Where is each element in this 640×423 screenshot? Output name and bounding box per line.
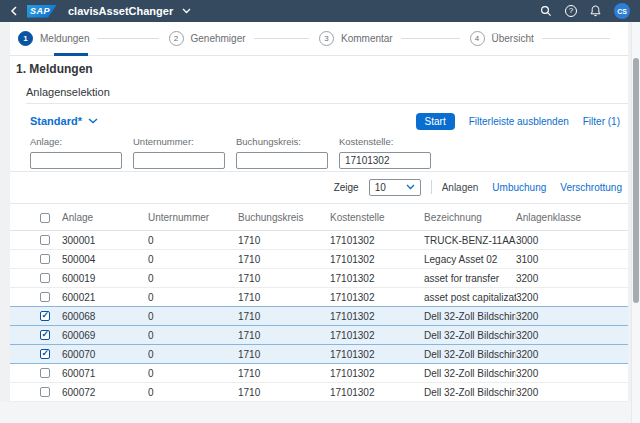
table-cell: 3200 [516,273,628,284]
table-cell: 17101302 [330,330,424,341]
app-title-chevron-down-icon[interactable] [182,8,191,14]
table-cell: asset for transfer [424,273,516,284]
table-header: AnlageUnternummerBuchungskreisKostenstel… [10,204,628,231]
table-row[interactable]: 5000040171017101302Legacy Asset 023100 [10,250,628,269]
variant-chevron-down-icon [88,118,98,124]
row-checkbox[interactable] [40,349,50,359]
table-cell: 0 [148,292,238,303]
table-cell: Legacy Asset 02 [424,254,516,265]
row-checkbox[interactable] [40,368,50,378]
table-cell: 600069 [62,330,148,341]
table-cell: 17101302 [330,292,424,303]
back-icon[interactable] [10,6,18,16]
step-connector-line [542,38,610,39]
table-cell: 1710 [238,387,330,398]
table-row[interactable]: 6000710171017101302Dell 32-Zoll Bildschi… [10,364,628,383]
table-cell: 1710 [238,368,330,379]
table-cell: 0 [148,387,238,398]
active-step-underline [54,53,88,56]
help-icon[interactable]: ? [565,5,577,17]
table-cell: 17101302 [330,368,424,379]
page-size-chevron-down-icon [406,184,415,190]
toolbar-action-anlagen[interactable]: Anlagen [442,182,479,193]
step-label: Übersicht [492,33,534,44]
column-header-anlagenklasse[interactable]: Anlagenklasse [516,212,628,223]
step-label: Kommentar [341,33,393,44]
table-cell: TRUCK-BENZ-11AA [424,235,516,246]
table-row[interactable]: 6000720171017101302Dell 32-Zoll Bildschi… [10,383,628,402]
row-checkbox[interactable] [40,273,50,283]
toolbar-action-verschrottung[interactable]: Verschrottung [560,182,622,193]
table-cell: 17101302 [330,387,424,398]
table-cell: 600072 [62,387,148,398]
table-cell: 1710 [238,311,330,322]
filter-field-label: Unternummer: [133,136,225,147]
wizard-step-2[interactable]: 2Genehmiger [169,31,320,46]
table-cell: Dell 32-Zoll Bildschirm [424,368,516,379]
table-cell: 0 [148,235,238,246]
table-cell: 600019 [62,273,148,284]
select-all-checkbox[interactable] [40,213,50,223]
row-checkbox[interactable] [40,254,50,264]
column-header-unternummer[interactable]: Unternummer [148,212,238,223]
table-cell: 17101302 [330,235,424,246]
table-cell: 0 [148,254,238,265]
table-row[interactable]: 3000010171017101302TRUCK-BENZ-11AA3000 [10,231,628,250]
row-checkbox[interactable] [40,330,50,340]
column-header-anlage[interactable]: Anlage [62,212,148,223]
shellbar: SAP clavisAssetChanger ? CS [0,0,640,22]
table-body: 3000010171017101302TRUCK-BENZ-11AA300050… [10,231,628,402]
toolbar-separator [431,180,432,194]
table-cell: Dell 32-Zoll Bildschirm [424,330,516,341]
filter-field-input-buchungskreis[interactable] [236,152,328,169]
table-row[interactable]: 6000680171017101302Dell 32-Zoll Bildschi… [10,307,628,326]
panel-title[interactable]: Anlagenselektion [26,86,110,98]
wizard-step-3[interactable]: 3Kommentar [319,31,470,46]
wizard-step-1[interactable]: 1Meldungen [18,31,169,46]
scrollbar-thumb[interactable] [633,58,639,303]
table-cell: 3000 [516,235,628,246]
column-header-buchungskreis[interactable]: Buchungskreis [238,212,330,223]
row-checkbox[interactable] [40,235,50,245]
row-checkbox[interactable] [40,311,50,321]
step-connector-line [254,38,309,39]
column-header-kostenstelle[interactable]: Kostenstelle [330,212,424,223]
filters-link[interactable]: Filter (1) [583,116,620,127]
table-cell: Dell 32-Zoll Bildschirm [424,387,516,398]
hide-filterbar-link[interactable]: Filterleiste ausblenden [469,116,569,127]
vertical-scrollbar[interactable] [631,22,640,423]
wizard-step-4[interactable]: 4Übersicht [470,31,621,46]
table-row[interactable]: 6000690171017101302Dell 32-Zoll Bildschi… [10,326,628,345]
table-cell: 17101302 [330,311,424,322]
filter-field-input-kostenstelle[interactable] [339,152,431,169]
filter-field-input-unternummer[interactable] [133,152,225,169]
toolbar-action-umbuchung[interactable]: Umbuchung [492,182,546,193]
page-size-value: 10 [375,182,386,193]
wizard-progress-bar: 1Meldungen2Genehmiger3Kommentar4Übersich… [10,22,628,56]
variant-selector[interactable]: Standard* [30,115,98,127]
table-cell: 0 [148,368,238,379]
row-checkbox[interactable] [40,387,50,397]
notifications-bell-icon[interactable] [590,5,601,17]
table-cell: 1710 [238,254,330,265]
table-cell: 0 [148,273,238,284]
step-number-badge: 2 [169,31,184,46]
step-connector-line [97,38,158,39]
table-cell: 17101302 [330,273,424,284]
app-title[interactable]: clavisAssetChanger [68,5,173,17]
user-avatar[interactable]: CS [614,3,630,19]
table-row[interactable]: 6000190171017101302asset for transfer320… [10,269,628,288]
start-button[interactable]: Start [416,113,455,130]
row-checkbox[interactable] [40,292,50,302]
step-label: Meldungen [40,33,89,44]
filter-field-input-anlage[interactable] [30,152,122,169]
table-cell: 0 [148,349,238,360]
app-screen: SAP clavisAssetChanger ? CS 1Meldungen2G… [0,0,640,423]
search-icon[interactable] [540,5,552,17]
table-row[interactable]: 6000210171017101302asset post capitaliza… [10,288,628,307]
column-header-bezeichnung[interactable]: Bezeichnung [424,212,516,223]
table-cell: 600068 [62,311,148,322]
page-size-select[interactable]: 10 [369,179,421,196]
table-row[interactable]: 6000700171017101302Dell 32-Zoll Bildschi… [10,345,628,364]
table-cell: 3200 [516,330,628,341]
